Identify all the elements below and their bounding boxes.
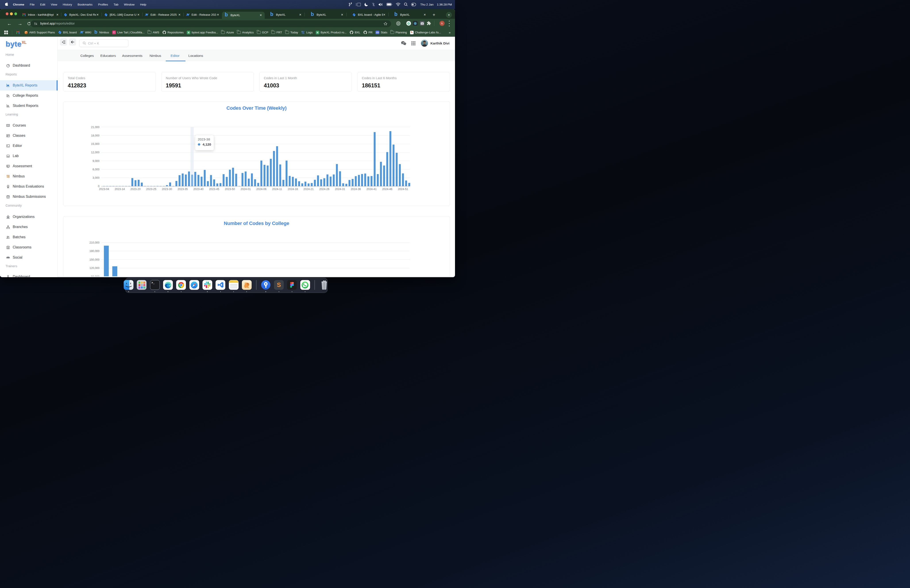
svg-text:2024-31: 2024-31 xyxy=(335,187,345,191)
svg-text:2024-06: 2024-06 xyxy=(256,187,267,191)
svg-text:2023-30: 2023-30 xyxy=(162,187,172,191)
svg-text:2023-45: 2023-45 xyxy=(209,187,219,191)
svg-text:2024-51: 2024-51 xyxy=(398,187,408,191)
svg-text:2024-16: 2024-16 xyxy=(288,187,298,191)
svg-text:2024-21: 2024-21 xyxy=(304,187,314,191)
svg-text:9,000: 9,000 xyxy=(92,159,99,162)
svg-text:2024-26: 2024-26 xyxy=(319,187,329,191)
svg-text:2023-04: 2023-04 xyxy=(99,187,109,191)
svg-text:2024-41: 2024-41 xyxy=(366,187,377,191)
svg-text:150,000: 150,000 xyxy=(89,258,99,261)
svg-text:2024-46: 2024-46 xyxy=(382,187,392,191)
svg-text:2023-14: 2023-14 xyxy=(115,187,125,191)
svg-text:180,000: 180,000 xyxy=(89,250,99,253)
svg-text:2023-50: 2023-50 xyxy=(225,187,235,191)
svg-text:2023-20: 2023-20 xyxy=(130,187,141,191)
svg-text:2023-40: 2023-40 xyxy=(193,187,204,191)
svg-text:2024-11: 2024-11 xyxy=(272,187,282,191)
svg-text:3,000: 3,000 xyxy=(92,176,99,179)
svg-text:21,000: 21,000 xyxy=(91,126,99,129)
svg-text:18,000: 18,000 xyxy=(91,134,99,137)
svg-text:12,000: 12,000 xyxy=(91,151,99,154)
svg-text:210,000: 210,000 xyxy=(89,241,99,244)
svg-text:2024-01: 2024-01 xyxy=(240,187,251,191)
svg-text:15,000: 15,000 xyxy=(91,142,99,145)
svg-text:2023-25: 2023-25 xyxy=(146,187,156,191)
svg-text:120,000: 120,000 xyxy=(89,267,99,270)
svg-text:2024-36: 2024-36 xyxy=(351,187,361,191)
svg-text:6,000: 6,000 xyxy=(92,168,99,171)
svg-text:2023-35: 2023-35 xyxy=(178,187,187,191)
